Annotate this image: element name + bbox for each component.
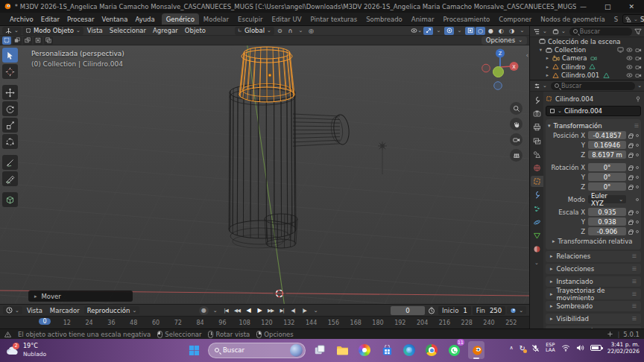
transform-value-field[interactable]: 0.938 xyxy=(588,217,626,226)
expand-icon[interactable]: ▸ xyxy=(545,72,550,78)
nudge-frame-back-button[interactable]: ◀| xyxy=(288,306,298,315)
task-view-button[interactable] xyxy=(312,341,328,359)
outliner-row-cilindro[interactable]: ▸Cilindro xyxy=(530,63,644,71)
panel-trayectorias-de-movimiento[interactable]: ▸Trayectorias de movimiento☰ xyxy=(546,288,641,299)
play-reverse-button[interactable]: ◀ xyxy=(244,306,253,315)
tool-cursor[interactable] xyxy=(2,64,18,79)
gizmos-dropdown[interactable]: ⌄ xyxy=(434,27,443,35)
transform-value-field[interactable]: 0° xyxy=(588,163,626,172)
tab-scene[interactable] xyxy=(531,149,543,160)
play-button[interactable]: ▶ xyxy=(255,306,265,315)
tab-view-layer[interactable] xyxy=(531,136,543,147)
tool-add-cube[interactable] xyxy=(2,192,18,207)
transform-value-field[interactable]: 0° xyxy=(588,182,626,191)
blender-taskbar-icon[interactable] xyxy=(468,341,484,359)
photos-icon[interactable] xyxy=(356,341,373,359)
tab-object[interactable] xyxy=(531,176,543,187)
taskbar-clock[interactable]: 3:41 p. m. 22/02/2026 xyxy=(607,341,640,355)
tab-world[interactable] xyxy=(531,162,543,174)
outliner-search-input[interactable]: Buscar xyxy=(569,28,632,36)
object-name-field[interactable]: ⌄ Cilindro.004 xyxy=(546,106,641,116)
timeline-menu-vista[interactable]: Vista xyxy=(24,307,45,314)
overlays-button[interactable] xyxy=(444,27,454,35)
maximize-button[interactable]: □ xyxy=(604,3,611,10)
prev-keyframe-button[interactable]: ◀◀ xyxy=(233,306,242,315)
outliner-row-cilindro-001[interactable]: ▸Cilindro.001 xyxy=(530,72,644,80)
jump-to-start-button[interactable]: |◀ xyxy=(221,306,231,315)
workspace-tab-animar[interactable]: Animar xyxy=(407,13,439,25)
battery-icon[interactable] xyxy=(590,345,602,351)
render-visibility-icon[interactable] xyxy=(635,64,642,70)
zoom-button[interactable] xyxy=(510,102,523,115)
wifi-icon[interactable] xyxy=(561,344,570,352)
panel-relaciones[interactable]: ▸Relaciones☰ xyxy=(546,251,641,262)
tab-tool[interactable] xyxy=(531,95,543,106)
animate-dot-icon[interactable] xyxy=(636,176,639,179)
start-button[interactable] xyxy=(186,341,202,359)
outliner-display-mode[interactable]: ⌄ xyxy=(532,28,549,36)
transform-value-field[interactable]: 0° xyxy=(588,173,626,182)
visibility-eye-icon[interactable] xyxy=(626,64,633,70)
timeline-menu-marcador[interactable]: Marcador xyxy=(47,307,83,314)
shading-solid-button[interactable]: ● xyxy=(486,27,496,35)
tab-object-data[interactable] xyxy=(531,230,543,241)
workspace-tab-sombreado[interactable]: Sombreado xyxy=(362,13,407,25)
select-mode-extend-button[interactable] xyxy=(13,36,22,45)
shading-material-button[interactable]: ◐ xyxy=(496,27,506,35)
sync-icon[interactable]: ↻ xyxy=(520,344,525,352)
transform-value-field[interactable]: Euler XYZ⌄ xyxy=(588,195,626,204)
workspace-tab-modelar[interactable]: Modelar xyxy=(199,13,233,25)
render-visibility-icon[interactable] xyxy=(635,47,642,53)
tab-particles[interactable] xyxy=(531,203,543,215)
pan-button[interactable] xyxy=(510,118,523,130)
show-object-types-button[interactable]: ⌄ xyxy=(410,27,423,35)
shading-wireframe-button[interactable]: ○ xyxy=(476,27,485,35)
tool-annotate[interactable] xyxy=(2,155,18,170)
timeline-ruler[interactable]: 0122436486072849610812013214415616818019… xyxy=(0,316,529,328)
language-indicator[interactable]: ESPLAA xyxy=(546,343,555,354)
navigation-gizmo[interactable]: Z X xyxy=(479,47,522,95)
close-button[interactable]: ✕ xyxy=(628,3,634,10)
weather-widget[interactable]: 2 19°C Nublado xyxy=(6,342,46,358)
tray-expand-icon[interactable]: ∧ xyxy=(509,345,513,351)
transform-value-field[interactable]: 8.6197 m xyxy=(588,150,626,159)
animate-dot-icon[interactable] xyxy=(636,153,639,156)
timeline-view-options[interactable]: ⌄ xyxy=(507,306,526,314)
animate-dot-icon[interactable] xyxy=(636,220,639,223)
select-mode-invert-button[interactable] xyxy=(34,36,42,45)
select-mode-subtract-button[interactable] xyxy=(23,36,32,45)
workspace-tab-procesamiento[interactable]: Procesamiento xyxy=(438,13,494,25)
viewport-canvas[interactable]: Personalizada (perspectiva) (0) Collecti… xyxy=(0,45,529,304)
lock-icon[interactable] xyxy=(628,231,633,235)
panel-sombreado[interactable]: ▸Sombreado☰ xyxy=(546,301,641,312)
lock-icon[interactable] xyxy=(628,177,633,180)
grip-icon[interactable]: ☰ xyxy=(634,123,639,129)
tab-material[interactable] xyxy=(531,244,543,255)
menu-procesar[interactable]: Procesar xyxy=(63,14,98,25)
transform-value-field[interactable]: -0.41857 xyxy=(588,131,626,140)
minimize-button[interactable]: — xyxy=(580,3,587,10)
jump-to-end-button[interactable]: ▶| xyxy=(277,306,287,315)
tool-measure[interactable] xyxy=(2,171,18,186)
workspace-tab-componer[interactable]: Componer xyxy=(494,13,536,25)
animate-dot-icon[interactable] xyxy=(636,198,639,201)
panel-instanciado[interactable]: ▸Instanciado☰ xyxy=(546,276,641,288)
options-dropdown[interactable]: Opciones ⌄ xyxy=(482,36,527,45)
perspective-toggle-button[interactable] xyxy=(510,149,523,162)
snap-magnet-button[interactable]: ∩ xyxy=(285,27,295,35)
select-mode-set-button[interactable] xyxy=(2,36,11,45)
viewport-menu-vista[interactable]: Vista xyxy=(84,27,106,34)
visibility-eye-icon[interactable] xyxy=(626,55,633,61)
outliner-row-collection[interactable]: ▾Collection xyxy=(530,45,644,54)
tool-move[interactable] xyxy=(2,85,18,100)
file-explorer-icon[interactable] xyxy=(334,341,350,359)
visibility-eye-icon[interactable] xyxy=(626,47,633,53)
workspace-tab-editar-uv[interactable]: Editar UV xyxy=(268,13,306,25)
shading-rendered-button[interactable]: ◑ xyxy=(507,27,517,35)
current-frame-field[interactable]: 0 xyxy=(391,306,425,315)
workspace-tab-gen-rico[interactable]: Genérico xyxy=(162,13,199,25)
tab-physics[interactable] xyxy=(531,217,543,228)
select-mode-intersect-button[interactable] xyxy=(44,36,53,45)
tabs-overflow-icon[interactable]: ⌄ xyxy=(531,257,543,268)
menu-ayuda[interactable]: Ayuda xyxy=(131,14,158,25)
